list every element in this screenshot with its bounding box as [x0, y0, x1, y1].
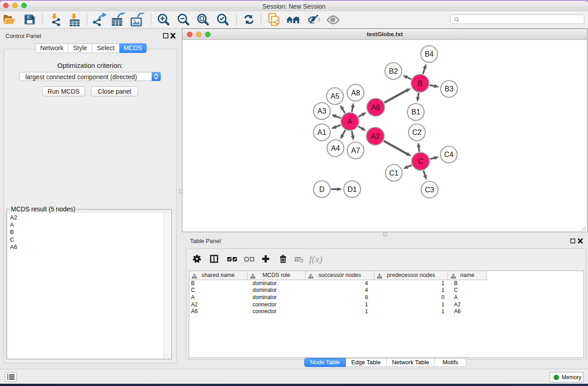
svg-text:B: B — [418, 80, 423, 87]
svg-text:A5: A5 — [330, 92, 339, 100]
svg-text:C3: C3 — [425, 186, 435, 194]
svg-text:A3: A3 — [317, 107, 326, 115]
svg-text:B4: B4 — [425, 50, 434, 58]
svg-text:A2: A2 — [371, 133, 380, 140]
svg-text:C2: C2 — [412, 129, 422, 136]
svg-text:D1: D1 — [348, 186, 357, 193]
svg-text:C4: C4 — [444, 151, 454, 158]
svg-text:C1: C1 — [389, 169, 399, 177]
svg-text:A7: A7 — [351, 147, 360, 154]
svg-text:B1: B1 — [411, 108, 421, 116]
svg-text:A6: A6 — [371, 104, 380, 111]
svg-text:A8: A8 — [351, 89, 360, 97]
svg-text:C: C — [418, 157, 423, 165]
svg-text:A1: A1 — [317, 129, 326, 136]
svg-text:A4: A4 — [331, 144, 340, 152]
svg-text:B3: B3 — [445, 85, 454, 93]
svg-text:D: D — [319, 186, 325, 193]
svg-text:A: A — [348, 118, 353, 125]
svg-text:B2: B2 — [389, 67, 398, 75]
